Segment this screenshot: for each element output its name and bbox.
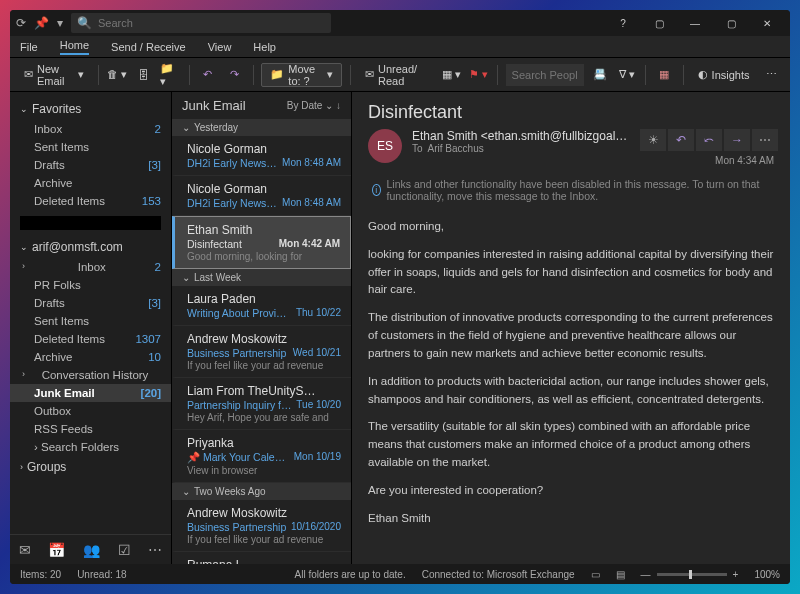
redo-icon[interactable]: ↷ bbox=[224, 63, 245, 87]
reply-all-icon[interactable]: ⤺ bbox=[696, 129, 722, 151]
view-reading-icon[interactable]: ▤ bbox=[616, 569, 625, 580]
nav-item[interactable]: Deleted Items1307 bbox=[10, 330, 171, 348]
message-body: Good morning,looking for companies inter… bbox=[352, 214, 790, 564]
nav-item[interactable]: Sent Items bbox=[10, 138, 171, 156]
message-from: Ethan Smith <ethan.smith@fullbizgoal.com… bbox=[412, 129, 630, 143]
message-list-pane: Junk Email By Date ⌄ ↓ ⌄ YesterdayNicole… bbox=[172, 92, 352, 564]
search-people-input[interactable] bbox=[512, 69, 579, 81]
favorites-header[interactable]: ⌄Favorites bbox=[10, 98, 171, 120]
zoom-slider[interactable]: — + bbox=[641, 569, 739, 580]
nav-item[interactable]: Drafts[3] bbox=[10, 294, 171, 312]
message-group-header[interactable]: ⌄ Last Week bbox=[172, 269, 351, 286]
message-item[interactable]: Priyanka📌 Mark Your Calendars to M…Mon 1… bbox=[172, 430, 351, 483]
message-item[interactable]: Ethan SmithDisinfectantMon 4:42 AMGood m… bbox=[172, 216, 351, 269]
forward-icon[interactable]: → bbox=[724, 129, 750, 151]
info-icon: i bbox=[372, 184, 381, 196]
nav-more-icon[interactable]: ⋯ bbox=[148, 542, 162, 558]
nav-item[interactable]: ›Inbox2 bbox=[10, 258, 171, 276]
nav-item[interactable]: Inbox2 bbox=[10, 120, 171, 138]
help-icon[interactable]: ? bbox=[606, 10, 640, 36]
sort-dropdown[interactable]: By Date ⌄ ↓ bbox=[287, 100, 341, 111]
pin-icon[interactable]: 📌 bbox=[34, 16, 49, 30]
nav-item[interactable]: Outbox bbox=[10, 402, 171, 420]
search-people[interactable] bbox=[506, 64, 585, 86]
reply-icon[interactable]: ↶ bbox=[668, 129, 694, 151]
message-list-header: Junk Email By Date ⌄ ↓ bbox=[172, 92, 351, 119]
search-icon: 🔍 bbox=[77, 16, 92, 30]
flag-button[interactable]: ⚑ ▾ bbox=[468, 63, 489, 87]
nav-item[interactable]: › Search Folders bbox=[10, 438, 171, 456]
message-item[interactable]: Liam From TheUnityS…Partnership Inquiry … bbox=[172, 378, 351, 430]
nav-item[interactable]: Drafts[3] bbox=[10, 156, 171, 174]
reading-pane: Disinfectant ES Ethan Smith <ethan.smith… bbox=[352, 92, 790, 564]
message-item[interactable]: Rumana LGuest Post or Interview opp…10/1… bbox=[172, 552, 351, 564]
quick-undo-icon[interactable]: ▾ bbox=[57, 16, 63, 30]
nav-item[interactable]: Archive10 bbox=[10, 348, 171, 366]
status-items: Items: 20 bbox=[20, 569, 61, 580]
message-item[interactable]: Andrew MoskowitzBusiness Partnership10/1… bbox=[172, 500, 351, 552]
info-bar: i Links and other functionality have bee… bbox=[364, 174, 778, 206]
groups-header[interactable]: ›Groups bbox=[10, 456, 171, 478]
message-time: Mon 4:34 AM bbox=[715, 155, 778, 166]
status-sync: All folders are up to date. bbox=[295, 569, 406, 580]
nav-item[interactable]: Archive bbox=[10, 174, 171, 192]
menu-view[interactable]: View bbox=[208, 41, 232, 53]
menubar: File Home Send / Receive View Help bbox=[10, 36, 790, 58]
undo-icon[interactable]: ↶ bbox=[197, 63, 218, 87]
ribbon: ✉ New Email ▾ 🗑 ▾ 🗄 📁 ▾ ↶ ↷ 📁 Move to: ?… bbox=[10, 58, 790, 92]
global-search[interactable]: 🔍 bbox=[71, 13, 331, 33]
nav-item[interactable]: ›Conversation History bbox=[10, 366, 171, 384]
message-item[interactable]: Nicole GormanDH2i Early News: DxOdysse…M… bbox=[172, 176, 351, 216]
close-button[interactable]: ✕ bbox=[750, 10, 784, 36]
status-unread: Unread: 18 bbox=[77, 569, 126, 580]
maximize-button[interactable]: ▢ bbox=[714, 10, 748, 36]
new-email-button[interactable]: ✉ New Email ▾ bbox=[18, 63, 90, 87]
message-item[interactable]: Andrew MoskowitzBusiness PartnershipWed … bbox=[172, 326, 351, 378]
nav-item[interactable]: PR Folks bbox=[10, 276, 171, 294]
mail-icon[interactable]: ✉ bbox=[19, 542, 31, 558]
sync-icon[interactable]: ⟳ bbox=[16, 16, 26, 30]
message-item[interactable]: Laura PadenWriting About Providing To…Th… bbox=[172, 286, 351, 326]
statusbar: Items: 20 Unread: 18 All folders are up … bbox=[10, 564, 790, 584]
nav-item[interactable]: Sent Items bbox=[10, 312, 171, 330]
avatar: ES bbox=[368, 129, 402, 163]
search-input[interactable] bbox=[98, 17, 325, 29]
menu-file[interactable]: File bbox=[20, 41, 38, 53]
menu-send-receive[interactable]: Send / Receive bbox=[111, 41, 186, 53]
nav-item[interactable]: Junk Email[20] bbox=[10, 384, 171, 402]
delete-button[interactable]: 🗑 ▾ bbox=[107, 63, 128, 87]
minimize-button[interactable]: — bbox=[678, 10, 712, 36]
filter-button[interactable]: ∇ ▾ bbox=[617, 63, 638, 87]
menu-help[interactable]: Help bbox=[253, 41, 276, 53]
titlebar: ⟳ 📌 ▾ 🔍 ? ▢ — ▢ ✕ bbox=[10, 10, 790, 36]
view-normal-icon[interactable]: ▭ bbox=[591, 569, 600, 580]
todo-icon[interactable]: ☑ bbox=[118, 542, 131, 558]
address-book-button[interactable]: 📇 bbox=[590, 63, 611, 87]
ribbon-more-button[interactable]: ⋯ bbox=[762, 63, 783, 87]
redacted-block bbox=[20, 216, 161, 230]
archive-button[interactable]: 🗄 bbox=[133, 63, 154, 87]
message-subject: Disinfectant bbox=[352, 92, 790, 129]
folder-pane: ⌄Favorites Inbox2Sent ItemsDrafts[3]Arch… bbox=[10, 92, 172, 564]
nav-item[interactable]: Deleted Items153 bbox=[10, 192, 171, 210]
message-more-icon[interactable]: ⋯ bbox=[752, 129, 778, 151]
sun-icon[interactable]: ☀ bbox=[640, 129, 666, 151]
zoom-level: 100% bbox=[754, 569, 780, 580]
outlook-window: ⟳ 📌 ▾ 🔍 ? ▢ — ▢ ✕ File Home Send / Recei… bbox=[10, 10, 790, 584]
unread-read-button[interactable]: ✉ Unread/ Read bbox=[359, 63, 436, 87]
addin-button[interactable]: ▦ bbox=[654, 63, 675, 87]
message-group-header[interactable]: ⌄ Two Weeks Ago bbox=[172, 483, 351, 500]
message-item[interactable]: Nicole GormanDH2i Early News: DxOdyssey … bbox=[172, 136, 351, 176]
insights-button[interactable]: ◐ Insights bbox=[692, 63, 756, 87]
move-to-dropdown[interactable]: 📁 Move to: ? ▾ bbox=[261, 63, 342, 87]
coming-soon-icon[interactable]: ▢ bbox=[642, 10, 676, 36]
menu-home[interactable]: Home bbox=[60, 39, 89, 55]
message-group-header[interactable]: ⌄ Yesterday bbox=[172, 119, 351, 136]
move-button[interactable]: 📁 ▾ bbox=[160, 63, 181, 87]
message-to: To Arif Bacchus bbox=[412, 143, 630, 154]
nav-item[interactable]: RSS Feeds bbox=[10, 420, 171, 438]
people-icon[interactable]: 👥 bbox=[83, 542, 100, 558]
calendar-icon[interactable]: 📅 bbox=[48, 542, 65, 558]
categorize-button[interactable]: ▦ ▾ bbox=[442, 63, 463, 87]
account-header[interactable]: ⌄arif@onmsft.com bbox=[10, 236, 171, 258]
